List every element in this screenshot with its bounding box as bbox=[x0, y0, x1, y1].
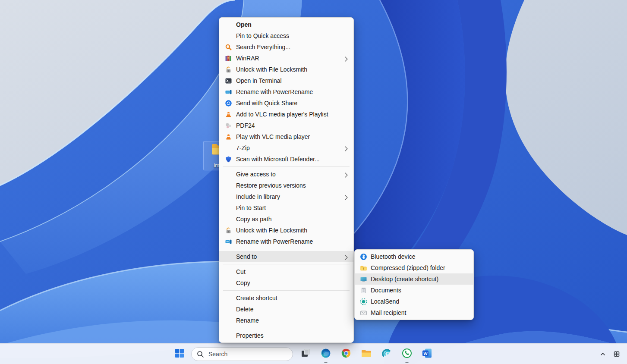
menu-item-label: Open bbox=[236, 21, 252, 28]
search-input[interactable] bbox=[208, 350, 283, 358]
search-icon bbox=[197, 351, 204, 358]
file-locksmith-icon bbox=[225, 227, 232, 234]
search-everything-icon bbox=[225, 44, 232, 51]
menu-item-open[interactable]: Open bbox=[219, 19, 353, 30]
menu-item-play-with-vlc-media-player[interactable]: Play with VLC media player bbox=[219, 131, 353, 142]
pdf24-icon bbox=[225, 122, 232, 129]
menu-item-send-to[interactable]: Send to bbox=[219, 251, 353, 262]
powerrename-icon bbox=[225, 238, 232, 245]
taskbar-app-teal-wave-app[interactable] bbox=[376, 344, 397, 364]
bluetooth-icon bbox=[360, 253, 367, 260]
taskbar-apps: W bbox=[295, 344, 437, 364]
menu-item-label: Scan with Microsoft Defender... bbox=[236, 156, 320, 163]
menu-item-icon-empty bbox=[225, 182, 232, 189]
chevron-right-icon bbox=[345, 254, 348, 259]
menu-item-label: 7-Zip bbox=[236, 144, 250, 151]
menu-item-icon-empty bbox=[225, 332, 232, 339]
menu-item-give-access-to[interactable]: Give access to bbox=[219, 169, 353, 180]
menu-item-rename[interactable]: Rename bbox=[219, 315, 353, 326]
menu-item-icon-empty bbox=[225, 32, 232, 40]
zipped-folder-icon bbox=[360, 264, 367, 272]
word-icon: W bbox=[422, 348, 433, 361]
menu-item-desktop-create-shortcut[interactable]: Desktop (create shortcut) bbox=[355, 273, 473, 285]
winrar-icon bbox=[225, 55, 232, 62]
menu-item-properties[interactable]: Properties bbox=[219, 330, 353, 341]
menu-item-delete[interactable]: Delete bbox=[219, 304, 353, 315]
menu-item-label: Pin to Start bbox=[236, 204, 266, 211]
menu-item-unlock-with-file-locksmith[interactable]: Unlock with File Locksmith bbox=[219, 64, 353, 75]
menu-item-rename-with-powerrename[interactable]: Rename with PowerRename bbox=[219, 236, 353, 247]
defender-icon bbox=[225, 156, 232, 163]
mail-icon bbox=[360, 309, 367, 317]
clover-tray-icon[interactable] bbox=[610, 347, 624, 361]
menu-item-label: PDF24 bbox=[236, 122, 255, 129]
running-indicator bbox=[324, 362, 327, 363]
menu-item-label: Unlock with File Locksmith bbox=[236, 66, 307, 73]
taskbar-app-microsoft-word[interactable]: W bbox=[417, 344, 437, 364]
menu-item-copy-as-path[interactable]: Copy as path bbox=[219, 213, 353, 225]
desktop-shortcut-icon bbox=[360, 276, 367, 283]
menu-item-compressed-zipped-folder[interactable]: Compressed (zipped) folder bbox=[355, 262, 473, 273]
menu-item-create-shortcut[interactable]: Create shortcut bbox=[219, 292, 353, 304]
menu-item-icon-empty bbox=[225, 171, 232, 178]
menu-item-icon-empty bbox=[225, 144, 232, 152]
system-tray bbox=[596, 344, 624, 364]
menu-item-label: Unlock with File Locksmith bbox=[236, 227, 307, 234]
chevron-right-icon bbox=[345, 56, 348, 61]
file-locksmith-icon bbox=[225, 66, 232, 73]
menu-item-label: Delete bbox=[236, 306, 253, 313]
menu-item-open-in-terminal[interactable]: Open in Terminal bbox=[219, 75, 353, 86]
menu-item-pin-to-quick-access[interactable]: Pin to Quick access bbox=[219, 30, 353, 41]
edge-icon bbox=[320, 348, 331, 361]
menu-item-unlock-with-file-locksmith[interactable]: Unlock with File Locksmith bbox=[219, 225, 353, 236]
menu-item-bluetooth-device[interactable]: Bluetooth device bbox=[355, 251, 473, 262]
menu-item-icon-empty bbox=[225, 295, 232, 302]
chevron-up-icon[interactable] bbox=[596, 347, 610, 361]
vlc-icon bbox=[225, 133, 232, 141]
menu-item-send-with-quick-share[interactable]: Send with Quick Share bbox=[219, 97, 353, 109]
menu-item-label: Documents bbox=[371, 287, 401, 294]
taskbar-app-file-explorer[interactable] bbox=[356, 344, 376, 364]
menu-separator bbox=[223, 290, 350, 291]
menu-item-restore-previous-versions[interactable]: Restore previous versions bbox=[219, 180, 353, 191]
taskbar-app-microsoft-edge[interactable] bbox=[315, 344, 336, 364]
menu-item-mail-recipient[interactable]: Mail recipient bbox=[355, 307, 473, 318]
menu-item-label: Restore previous versions bbox=[236, 182, 306, 189]
start-button[interactable] bbox=[172, 346, 187, 362]
svg-text:W: W bbox=[423, 351, 427, 356]
teal-wave-icon bbox=[381, 348, 392, 361]
taskbar-app-google-chrome[interactable] bbox=[336, 344, 356, 364]
menu-item-add-to-vlc-media-player-s-playlist[interactable]: Add to VLC media player's Playlist bbox=[219, 109, 353, 120]
menu-item-label: Include in library bbox=[236, 193, 280, 200]
localsend-icon bbox=[360, 298, 367, 305]
menu-item-winrar[interactable]: WinRAR bbox=[219, 53, 353, 64]
menu-separator bbox=[223, 249, 350, 249]
menu-item-pdf24[interactable]: PDF24 bbox=[219, 120, 353, 131]
menu-item-label: WinRAR bbox=[236, 55, 259, 62]
menu-item-cut[interactable]: Cut bbox=[219, 266, 353, 277]
menu-item-localsend[interactable]: LocalSend bbox=[355, 296, 473, 307]
menu-item-include-in-library[interactable]: Include in library bbox=[219, 191, 353, 202]
menu-item-icon-empty bbox=[225, 216, 232, 223]
menu-item-documents[interactable]: Documents bbox=[355, 285, 473, 296]
chevron-right-icon bbox=[345, 172, 348, 177]
chevron-right-icon bbox=[345, 145, 348, 151]
chrome-icon bbox=[340, 348, 352, 361]
taskbar-app-app-overlapping-squares[interactable] bbox=[295, 344, 315, 364]
menu-item-scan-with-microsoft-defender[interactable]: Scan with Microsoft Defender... bbox=[219, 154, 353, 165]
menu-item-search-everything[interactable]: Search Everything... bbox=[219, 41, 353, 53]
taskbar-search[interactable] bbox=[191, 347, 293, 361]
menu-item-label: Desktop (create shortcut) bbox=[371, 276, 438, 282]
menu-item-label: Give access to bbox=[236, 171, 276, 178]
taskbar-app-whatsapp[interactable] bbox=[397, 344, 417, 364]
overlapping-squares-icon bbox=[300, 348, 311, 360]
menu-separator bbox=[223, 264, 350, 264]
menu-item-label: Compressed (zipped) folder bbox=[371, 264, 445, 271]
send-to-submenu: Bluetooth deviceCompressed (zipped) fold… bbox=[354, 249, 474, 320]
menu-item-label: LocalSend bbox=[371, 298, 399, 305]
menu-item-pin-to-start[interactable]: Pin to Start bbox=[219, 202, 353, 213]
menu-item-rename-with-powerrename[interactable]: Rename with PowerRename bbox=[219, 86, 353, 97]
menu-item-7-zip[interactable]: 7-Zip bbox=[219, 142, 353, 154]
menu-item-label: Play with VLC media player bbox=[236, 133, 310, 140]
menu-item-copy[interactable]: Copy bbox=[219, 277, 353, 289]
